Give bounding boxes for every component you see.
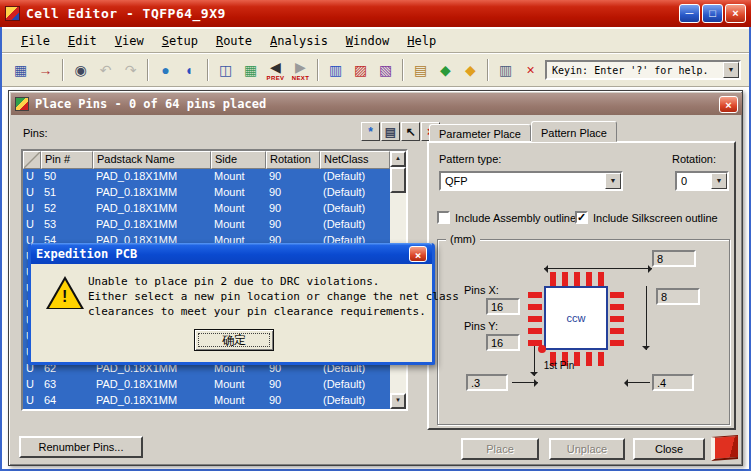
report-icon[interactable]: ▥ bbox=[493, 58, 518, 83]
maximize-button[interactable]: □ bbox=[702, 4, 723, 23]
pin-cell: Mount bbox=[211, 377, 266, 393]
column-header-select[interactable] bbox=[23, 151, 41, 169]
toolbar-separator bbox=[317, 59, 319, 81]
layers-icon[interactable]: ▥ bbox=[323, 58, 348, 83]
arrow-right-icon bbox=[534, 379, 538, 387]
pattern-type-combobox[interactable]: QFP ▼ bbox=[439, 171, 623, 191]
rotation-combobox[interactable]: 0 ▼ bbox=[675, 171, 729, 191]
column-header-rotation[interactable]: Rotation bbox=[266, 151, 320, 169]
delete-icon[interactable]: × bbox=[518, 58, 543, 83]
chevron-down-icon[interactable]: ▼ bbox=[605, 173, 621, 189]
window-tile-icon[interactable]: ◫ bbox=[213, 58, 238, 83]
column-header-netclass[interactable]: NetClass bbox=[320, 151, 390, 169]
scroll-up-icon[interactable]: ▲ bbox=[390, 151, 406, 167]
pin-cell: 90 bbox=[266, 377, 320, 393]
pin-width-field[interactable]: .3 bbox=[466, 374, 508, 391]
save-icon-glyph: ▦ bbox=[14, 63, 27, 78]
search-icon[interactable]: ◉ bbox=[68, 58, 93, 83]
close-cell-icon[interactable]: → bbox=[33, 58, 58, 83]
next-view-icon[interactable]: ▶NEXT bbox=[288, 58, 313, 83]
minimize-button[interactable]: ─ bbox=[679, 4, 700, 23]
menu-file[interactable]: File bbox=[12, 31, 59, 51]
checkbox-checked-icon[interactable]: ✓ bbox=[575, 211, 588, 224]
menu-edit[interactable]: Edit bbox=[59, 31, 106, 51]
pin-row-50[interactable]: U50PAD_0.18X1MMMount90(Default) bbox=[23, 169, 406, 185]
drc-warning-icon[interactable]: ◆ bbox=[458, 58, 483, 83]
report-icon-glyph: ▥ bbox=[499, 63, 512, 78]
renumber-pins-button[interactable]: Renumber Pins... bbox=[19, 436, 143, 458]
column-header-pin-[interactable]: Pin # bbox=[41, 151, 93, 169]
pin-list-icon[interactable]: ▤ bbox=[381, 122, 400, 141]
scrollbar-thumb[interactable] bbox=[390, 167, 406, 193]
menu-setup[interactable]: Setup bbox=[153, 31, 207, 51]
pins-y-field[interactable]: 16 bbox=[486, 334, 520, 351]
close-button[interactable]: × bbox=[725, 4, 746, 23]
pin-cell: PAD_0.18X1MM bbox=[93, 377, 211, 393]
pick-pin-icon[interactable]: ↖ bbox=[401, 122, 420, 141]
arrow-left-icon bbox=[624, 379, 628, 387]
pin-row-52[interactable]: U52PAD_0.18X1MMMount90(Default) bbox=[23, 201, 406, 217]
pin-shape bbox=[598, 352, 604, 366]
save-icon[interactable]: ▦ bbox=[8, 58, 33, 83]
pin-row-63[interactable]: U63PAD_0.18X1MMMount90(Default) bbox=[23, 377, 406, 393]
column-header-padstack-name[interactable]: Padstack Name bbox=[93, 151, 211, 169]
grid-icon-glyph: ▦ bbox=[244, 63, 257, 78]
menu-analysis[interactable]: Analysis bbox=[261, 31, 337, 51]
redo-icon[interactable]: ↷ bbox=[118, 58, 143, 83]
menu-view[interactable]: View bbox=[106, 31, 153, 51]
pin-pitch-field[interactable]: .4 bbox=[652, 374, 694, 391]
place-button[interactable]: Place bbox=[461, 438, 539, 460]
pin-row-53[interactable]: U53PAD_0.18X1MMMount90(Default) bbox=[23, 217, 406, 233]
chevron-down-icon[interactable]: ▼ bbox=[711, 173, 727, 189]
assembly-outline-checkbox[interactable]: Include Assembly outline bbox=[437, 211, 576, 224]
display-control-icon[interactable]: ▧ bbox=[373, 58, 398, 83]
keyin-combobox[interactable]: Keyin: Enter '?' for help. ▼ bbox=[545, 60, 741, 80]
undo-icon[interactable]: ↶ bbox=[93, 58, 118, 83]
hatch-icon[interactable]: ▨ bbox=[348, 58, 373, 83]
scroll-down-icon[interactable]: ▼ bbox=[390, 393, 406, 409]
color-add-icon[interactable]: ◐ bbox=[178, 58, 203, 83]
drc-warning-icon-glyph: ◆ bbox=[465, 63, 476, 78]
color-fill-icon[interactable]: ● bbox=[153, 58, 178, 83]
checkbox-unchecked-icon[interactable] bbox=[437, 211, 450, 224]
silkscreen-outline-checkbox[interactable]: ✓ Include Silkscreen outline bbox=[575, 211, 718, 224]
properties-icon[interactable]: ▤ bbox=[408, 58, 433, 83]
pin-cell: Mount bbox=[211, 393, 266, 409]
menu-route[interactable]: Route bbox=[207, 31, 261, 51]
error-message-line: Unable to place pin 2 due to DRC violati… bbox=[88, 274, 459, 289]
prev-view-icon[interactable]: ◀PREV bbox=[263, 58, 288, 83]
next-view-icon-glyph: ▶ bbox=[295, 60, 306, 75]
pins-y-label: Pins Y: bbox=[464, 320, 498, 332]
pattern-type-value: QFP bbox=[441, 175, 605, 187]
tab-pattern-place[interactable]: Pattern Place bbox=[531, 121, 617, 142]
pin-row-51[interactable]: U51PAD_0.18X1MMMount90(Default) bbox=[23, 185, 406, 201]
chevron-down-icon[interactable]: ▼ bbox=[723, 62, 739, 78]
menu-window[interactable]: Window bbox=[337, 31, 398, 51]
next-view-icon-label: NEXT bbox=[292, 75, 310, 81]
units-groupbox: (mm) 8 8 Pins X: 16 Pins Y: 16 ccw bbox=[437, 239, 730, 425]
tab-strip: Parameter PlacePattern Place bbox=[429, 121, 617, 142]
arrow-down-icon bbox=[530, 372, 538, 376]
grid-icon[interactable]: ▦ bbox=[238, 58, 263, 83]
tab-parameter-place[interactable]: Parameter Place bbox=[429, 124, 531, 142]
pin-shape bbox=[528, 316, 542, 322]
highlight-pins-icon[interactable]: * bbox=[361, 122, 380, 141]
body-width-field[interactable]: 8 bbox=[652, 250, 696, 267]
unplace-button[interactable]: Unplace bbox=[549, 438, 625, 460]
place-pins-close-button[interactable]: × bbox=[719, 96, 738, 113]
first-pin-marker bbox=[538, 345, 546, 353]
column-header-side[interactable]: Side bbox=[211, 151, 266, 169]
menu-help[interactable]: Help bbox=[398, 31, 445, 51]
error-close-button[interactable]: × bbox=[409, 246, 427, 262]
pins-x-field[interactable]: 16 bbox=[486, 298, 520, 315]
ok-button[interactable]: 确定 bbox=[194, 329, 274, 351]
help-book-icon[interactable] bbox=[711, 435, 738, 461]
menu-bar: FileEditViewSetupRouteAnalysisWindowHelp bbox=[2, 29, 749, 53]
drc-ok-icon[interactable]: ◆ bbox=[433, 58, 458, 83]
body-height-field[interactable]: 8 bbox=[656, 288, 700, 305]
pin-row-64[interactable]: U64PAD_0.18X1MMMount90(Default) bbox=[23, 393, 406, 409]
close-dialog-button[interactable]: Close bbox=[633, 438, 705, 460]
error-dialog-title: Expedition PCB bbox=[36, 247, 137, 261]
delete-icon-glyph: × bbox=[526, 63, 534, 78]
pin-cell: (Default) bbox=[320, 169, 390, 185]
